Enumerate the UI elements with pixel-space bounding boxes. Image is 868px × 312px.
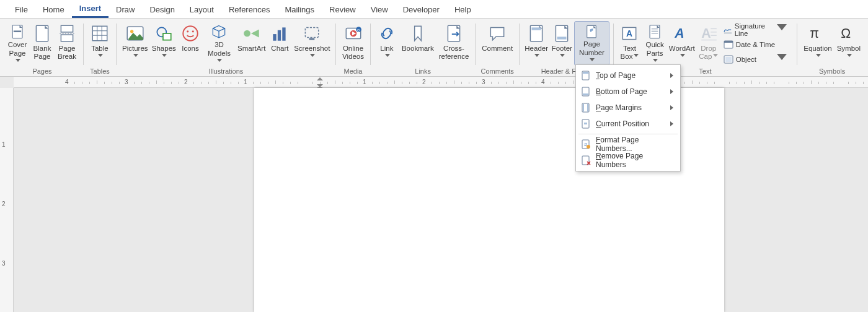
symbol-button[interactable]: Symbol xyxy=(835,21,863,66)
group-media: OnlineVideos Media xyxy=(336,20,370,76)
chevron-down-icon xyxy=(777,24,787,35)
bookmark-button[interactable]: Bookmark xyxy=(399,21,436,66)
menu-label: age Margins xyxy=(601,103,642,112)
tab-mailings[interactable]: Mailings xyxy=(277,1,322,17)
chevron-down-icon xyxy=(634,53,639,61)
group-links: Link Bookmark Cross-reference Links xyxy=(371,20,475,76)
table-button[interactable]: Table xyxy=(87,21,112,66)
object-button[interactable]: Object xyxy=(721,53,790,66)
text-box-button[interactable]: TextBox xyxy=(617,21,642,66)
tab-file[interactable]: File xyxy=(7,1,35,17)
page-break-button[interactable]: PageBreak xyxy=(55,21,79,66)
menu-format-page-numbers[interactable]: Format Page Numbers... xyxy=(576,136,680,152)
chevron-down-icon xyxy=(560,53,565,61)
menu-page-margins[interactable]: Page Margins xyxy=(576,100,680,116)
menu-label: ottom of Page xyxy=(601,87,647,96)
chevron-right-icon xyxy=(670,103,675,112)
drop-cap-button[interactable]: DropCap xyxy=(696,21,721,66)
online-videos-button[interactable]: OnlineVideos xyxy=(340,21,366,66)
tab-insert[interactable]: Insert xyxy=(72,0,108,18)
group-label: Links xyxy=(415,67,431,76)
chevron-down-icon xyxy=(98,53,103,61)
tab-view[interactable]: View xyxy=(363,1,396,17)
group-pages: CoverPage BlankPage PageBreak Pages xyxy=(1,20,83,76)
tab-home[interactable]: Home xyxy=(35,1,72,17)
menu-label: op of Page xyxy=(600,71,636,80)
comment-button[interactable]: Comment xyxy=(479,21,515,66)
chevron-down-icon xyxy=(680,53,685,61)
ribbon-insert: CoverPage BlankPage PageBreak Pages Tabl… xyxy=(0,19,868,77)
chevron-down-icon xyxy=(162,53,167,61)
date-time-button[interactable]: Date & Time xyxy=(721,38,790,51)
link-button[interactable]: Link xyxy=(374,21,399,66)
group-label: Pages xyxy=(32,67,51,76)
menu-label: urrent Position xyxy=(601,119,649,128)
group-label: Media xyxy=(344,67,363,76)
menu-bottom-of-page[interactable]: Bottom of Page xyxy=(576,84,680,100)
tab-draw[interactable]: Draw xyxy=(108,1,142,17)
group-label: Symbols xyxy=(819,67,845,76)
document-workspace: 4321123456 1234 xyxy=(0,77,868,312)
group-tables: Table Tables xyxy=(84,20,116,76)
tab-help[interactable]: Help xyxy=(447,1,479,17)
shapes-button[interactable]: Shapes xyxy=(150,21,178,66)
equation-button[interactable]: Equation xyxy=(801,21,834,66)
group-comments: Comment Comments xyxy=(476,20,519,76)
footer-button[interactable]: Footer xyxy=(549,21,574,66)
screenshot-button[interactable]: Screenshot xyxy=(292,21,332,66)
chevron-down-icon xyxy=(816,53,821,61)
group-illustrations: Pictures Shapes Icons 3DModels SmartArt … xyxy=(117,20,335,76)
chevron-down-icon xyxy=(16,58,20,66)
horizontal-ruler[interactable]: 4321123456 xyxy=(14,77,868,88)
pictures-button[interactable]: Pictures xyxy=(120,21,150,66)
menu-label: ormat Page Numbers... xyxy=(596,136,639,153)
ribbon-tabs: FileHomeInsertDrawDesignLayoutReferences… xyxy=(0,0,868,19)
chevron-down-icon xyxy=(847,53,852,61)
chevron-down-icon xyxy=(777,54,787,65)
page-number-button[interactable]: PageNumber xyxy=(574,21,609,66)
chevron-down-icon xyxy=(713,53,718,61)
group-label: Illustrations xyxy=(209,67,244,76)
menu-current-position[interactable]: Current Position xyxy=(576,116,680,132)
chevron-right-icon xyxy=(670,119,675,128)
menu-top-of-page[interactable]: Top of Page xyxy=(576,67,680,84)
cover-page-button[interactable]: CoverPage xyxy=(5,21,30,66)
vertical-ruler[interactable]: 1234 xyxy=(0,88,14,312)
group-label: Text xyxy=(699,67,711,76)
tab-references[interactable]: References xyxy=(221,1,277,17)
chevron-down-icon xyxy=(217,58,222,66)
wordart-button[interactable]: WordArt xyxy=(668,21,696,66)
chevron-down-icon xyxy=(133,53,138,61)
tab-design[interactable]: Design xyxy=(142,1,182,17)
group-label: Comments xyxy=(481,67,514,76)
header-button[interactable]: Header xyxy=(523,21,549,66)
icons-button[interactable]: Icons xyxy=(178,21,203,66)
signature-line-button[interactable]: Signature Line xyxy=(721,24,790,36)
chart-button[interactable]: Chart xyxy=(267,21,292,66)
smartart-button[interactable]: SmartArt xyxy=(236,21,267,66)
group-symbols: Equation Symbol Symbols xyxy=(797,20,867,76)
blank-page-button[interactable]: BlankPage xyxy=(30,21,55,66)
chevron-down-icon xyxy=(534,53,539,61)
chevron-right-icon xyxy=(670,87,675,96)
tab-developer[interactable]: Developer xyxy=(396,1,447,17)
3d-models-button[interactable]: 3DModels xyxy=(203,21,236,66)
chevron-right-icon xyxy=(670,71,675,80)
tab-layout[interactable]: Layout xyxy=(182,1,221,17)
menu-label: emove Page Numbers xyxy=(596,152,643,169)
group-label: Tables xyxy=(90,67,110,76)
menu-remove-page-numbers[interactable]: Remove Page Numbers xyxy=(576,152,680,168)
tab-review[interactable]: Review xyxy=(322,1,363,17)
cross-reference-button[interactable]: Cross-reference xyxy=(436,21,472,66)
chevron-down-icon xyxy=(310,53,315,61)
page-number-menu: Top of Page Bottom of Page Page Margins … xyxy=(575,64,681,171)
chevron-down-icon xyxy=(385,53,390,61)
quick-parts-button[interactable]: QuickParts xyxy=(642,21,667,66)
